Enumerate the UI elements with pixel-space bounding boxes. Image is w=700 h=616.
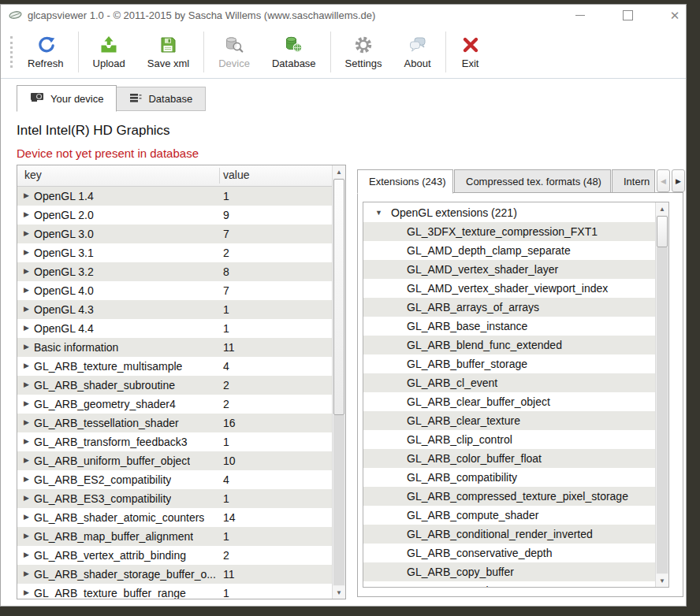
table-row[interactable]: ▶ OpenGL 3.1 2 xyxy=(17,243,332,262)
table-row[interactable]: ▶ GL_ARB_texture_multisample 4 xyxy=(17,357,332,376)
toolbar-grip[interactable] xyxy=(10,36,17,68)
list-item[interactable]: GL_ARB_copy_buffer xyxy=(363,562,655,581)
expand-arrow-icon[interactable]: ▶ xyxy=(24,191,29,199)
list-item[interactable]: GL_ARB_conditional_render_inverted xyxy=(363,525,655,544)
table-row[interactable]: ▶ GL_ARB_shader_storage_buffer_o... 11 xyxy=(17,565,332,584)
list-item[interactable]: GL_AMD_depth_clamp_separate xyxy=(363,241,655,260)
expand-arrow-icon[interactable]: ▶ xyxy=(24,588,29,596)
list-item[interactable]: GL_ARB_color_buffer_float xyxy=(363,449,655,468)
table-row[interactable]: ▶ OpenGL 1.4 1 xyxy=(17,187,332,206)
table-row[interactable]: ▶ GL_ARB_uniform_buffer_object 10 xyxy=(17,451,332,470)
expand-arrow-icon[interactable]: ▶ xyxy=(24,513,29,521)
column-header-key[interactable]: key xyxy=(24,169,42,181)
settings-button[interactable]: Settings xyxy=(334,30,393,74)
table-row[interactable]: ▶ OpenGL 3.2 8 xyxy=(17,262,332,281)
scrollbar-track[interactable] xyxy=(657,247,668,573)
scrollbar-track[interactable] xyxy=(333,415,344,585)
collapse-arrow-icon[interactable]: ▼ xyxy=(375,209,382,217)
table-row[interactable]: ▶ GL_ARB_shader_subroutine 2 xyxy=(17,376,332,395)
scroll-up-icon[interactable]: ▲ xyxy=(656,202,668,215)
expand-arrow-icon[interactable]: ▶ xyxy=(24,456,29,464)
table-row[interactable]: ▶ GL_ARB_tessellation_shader 16 xyxy=(17,414,332,432)
expand-arrow-icon[interactable]: ▶ xyxy=(24,343,29,351)
exit-button[interactable]: Exit xyxy=(449,30,492,74)
list-item[interactable]: GL_ARB_compressed_texture_pixel_storage xyxy=(363,487,655,506)
expand-arrow-icon[interactable]: ▶ xyxy=(24,418,29,426)
table-row[interactable]: ▶ OpenGL 2.0 9 xyxy=(17,206,332,225)
row-key: OpenGL 4.4 xyxy=(34,322,94,335)
expand-arrow-icon[interactable]: ▶ xyxy=(24,229,29,237)
list-item[interactable]: GL_ARB_blend_func_extended xyxy=(363,336,655,354)
list-item[interactable]: GL_ARB_copy_image xyxy=(363,581,655,588)
expand-arrow-icon[interactable]: ▶ xyxy=(24,570,29,577)
column-header-value[interactable]: value xyxy=(223,169,249,181)
expand-arrow-icon[interactable]: ▶ xyxy=(24,362,29,369)
table-row[interactable]: ▶ OpenGL 3.0 7 xyxy=(17,225,332,243)
about-button[interactable]: About xyxy=(393,30,442,74)
expand-arrow-icon[interactable]: ▶ xyxy=(24,532,29,540)
expand-arrow-icon[interactable]: ▶ xyxy=(24,210,29,218)
list-item[interactable]: GL_3DFX_texture_compression_FXT1 xyxy=(363,222,655,241)
expand-arrow-icon[interactable]: ▶ xyxy=(24,437,29,445)
scrollbar-thumb[interactable] xyxy=(657,216,668,247)
list-item[interactable]: GL_ARB_compatibility xyxy=(363,468,655,487)
table-row[interactable]: ▶ OpenGL 4.3 1 xyxy=(17,300,332,319)
save-xml-button[interactable]: Save xml xyxy=(136,30,200,74)
expand-arrow-icon[interactable]: ▶ xyxy=(24,399,29,407)
minimize-button[interactable] xyxy=(567,5,594,26)
scroll-down-icon[interactable]: ▼ xyxy=(333,586,345,599)
table-row[interactable]: ▶ GL_ARB_map_buffer_alignment 1 xyxy=(17,527,332,546)
tab-compressed-formats[interactable]: Compressed tex. formats (48) xyxy=(454,169,611,193)
tab-extensions[interactable]: Extensions (243) xyxy=(357,169,453,194)
expand-arrow-icon[interactable]: ▶ xyxy=(24,380,29,388)
tab-scroll-right-button[interactable]: ▶ xyxy=(672,169,685,192)
expand-arrow-icon[interactable]: ▶ xyxy=(24,494,29,502)
table-row[interactable]: ▶ OpenGL 4.4 1 xyxy=(17,319,332,338)
table-row[interactable]: ▶ GL_ARB_geometry_shader4 2 xyxy=(17,395,332,414)
table-row[interactable]: ▶ Basic information 11 xyxy=(17,338,332,357)
table-row[interactable]: ▶ GL_ARB_ES2_compatibility 4 xyxy=(17,470,332,489)
tab-your-device[interactable]: Your device xyxy=(17,85,117,112)
tab-database[interactable]: Database xyxy=(117,87,206,111)
list-item[interactable]: GL_ARB_buffer_storage xyxy=(363,354,655,373)
list-item[interactable]: GL_ARB_cl_event xyxy=(363,373,655,392)
tab-internal-formats[interactable]: Intern xyxy=(612,169,655,193)
table-row[interactable]: ▶ GL_ARB_shader_atomic_counters 14 xyxy=(17,508,332,527)
expand-arrow-icon[interactable]: ▶ xyxy=(24,305,29,313)
list-item[interactable]: GL_ARB_arrays_of_arrays xyxy=(363,298,655,317)
table-row[interactable]: ▶ OpenGL 4.0 7 xyxy=(17,281,332,300)
tab-scroll-left-button[interactable]: ◀ xyxy=(657,169,670,192)
column-divider[interactable] xyxy=(219,168,220,184)
expand-arrow-icon[interactable]: ▶ xyxy=(24,248,29,256)
device-button[interactable]: Device xyxy=(207,30,261,74)
scroll-down-icon[interactable]: ▼ xyxy=(656,574,668,587)
expand-arrow-icon[interactable]: ▶ xyxy=(24,324,29,332)
refresh-button[interactable]: Refresh xyxy=(17,30,75,74)
expand-arrow-icon[interactable]: ▶ xyxy=(24,475,29,483)
tree-root-row[interactable]: ▼ OpenGL extensions (221) xyxy=(363,203,655,222)
list-item[interactable]: GL_ARB_compute_shader xyxy=(363,506,655,525)
vertical-scrollbar[interactable]: ▲ ▼ xyxy=(332,165,345,599)
table-row[interactable]: ▶ GL_ARB_ES3_compatibility 1 xyxy=(17,489,332,508)
table-row[interactable]: ▶ GL_ARB_vertex_attrib_binding 2 xyxy=(17,546,332,565)
expand-arrow-icon[interactable]: ▶ xyxy=(24,267,29,275)
upload-button[interactable]: Upload xyxy=(82,30,136,74)
list-item[interactable]: GL_ARB_conservative_depth xyxy=(363,544,655,562)
table-header[interactable]: key value xyxy=(17,165,332,187)
list-item[interactable]: GL_ARB_clear_texture xyxy=(363,411,655,430)
vertical-scrollbar[interactable]: ▲ ▼ xyxy=(655,202,668,587)
list-item[interactable]: GL_AMD_vertex_shader_layer xyxy=(363,260,655,279)
table-row[interactable]: ▶ GL_ARB_texture_buffer_range 1 xyxy=(17,584,332,599)
close-button[interactable]: ✕ xyxy=(661,5,688,26)
maximize-button[interactable] xyxy=(614,5,641,26)
table-row[interactable]: ▶ GL_ARB_transform_feedback3 1 xyxy=(17,432,332,451)
scroll-up-icon[interactable]: ▲ xyxy=(333,165,345,178)
list-item[interactable]: GL_ARB_clip_control xyxy=(363,430,655,449)
scrollbar-thumb[interactable] xyxy=(333,179,344,415)
list-item[interactable]: GL_ARB_clear_buffer_object xyxy=(363,392,655,411)
database-button[interactable]: Database xyxy=(261,30,327,74)
list-item[interactable]: GL_ARB_base_instance xyxy=(363,317,655,336)
expand-arrow-icon[interactable]: ▶ xyxy=(24,286,29,294)
expand-arrow-icon[interactable]: ▶ xyxy=(24,551,29,558)
list-item[interactable]: GL_AMD_vertex_shader_viewport_index xyxy=(363,279,655,298)
